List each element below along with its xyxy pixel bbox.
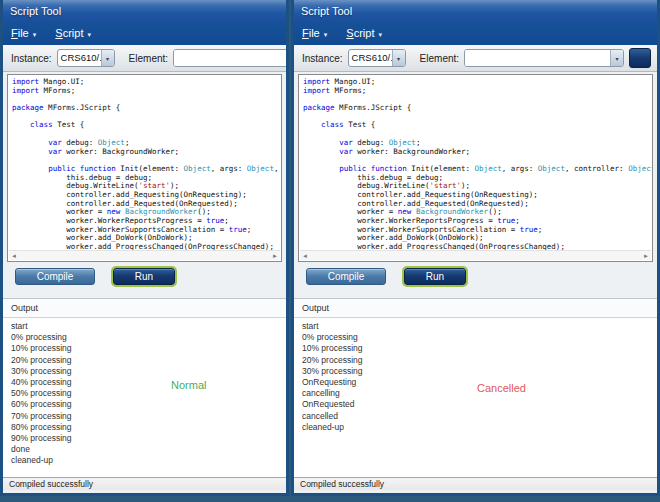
- menu-bar: File▾ Script▾: [3, 22, 286, 45]
- status-bar: Compiled successfully: [294, 477, 657, 490]
- annotation-cancelled: Cancelled: [477, 382, 526, 394]
- compile-button[interactable]: Compile: [306, 268, 386, 285]
- element-input[interactable]: [174, 50, 286, 66]
- element-input[interactable]: [465, 50, 610, 66]
- window-titlebar[interactable]: Script Tool: [294, 0, 657, 22]
- scroll-left-icon[interactable]: ◄: [302, 251, 308, 261]
- menu-file[interactable]: File▾: [302, 22, 327, 46]
- code-editor[interactable]: import Mango.UI;import MForms; package M…: [7, 74, 282, 262]
- code-text: import Mango.UI;import MForms; package M…: [12, 78, 281, 252]
- instance-dropdown-icon[interactable]: ▾: [392, 50, 405, 66]
- horizontal-scrollbar[interactable]: ◄ ►: [9, 250, 280, 260]
- instance-combo[interactable]: CRS610/... ▾: [348, 49, 406, 67]
- status-bar: Compiled successfully: [3, 477, 286, 490]
- element-label: Element:: [420, 53, 459, 64]
- output-header: Output: [294, 298, 657, 318]
- window-titlebar[interactable]: Script Tool: [3, 0, 286, 22]
- button-row: Compile Run: [294, 262, 657, 296]
- compile-button[interactable]: Compile: [15, 268, 95, 285]
- scroll-left-icon[interactable]: ◄: [11, 251, 17, 261]
- menu-bar: File▾ Script▾: [294, 22, 657, 45]
- toolbar: Instance: CRS610/... ▾ Element: ▾: [3, 45, 286, 72]
- element-combo: ▾: [173, 49, 286, 67]
- window-title: Script Tool: [10, 5, 61, 17]
- code-text: import Mango.UI;import MForms; package M…: [303, 78, 652, 252]
- instance-combo-value: CRS610/...: [349, 50, 392, 66]
- code-editor[interactable]: import Mango.UI;import MForms; package M…: [298, 74, 653, 262]
- script-tool-window-normal: Script Tool File▾ Script▾ Instance: CRS6…: [0, 0, 289, 496]
- instance-combo-value: CRS610/...: [58, 50, 101, 66]
- script-tool-window-cancelled: Script Tool File▾ Script▾ Instance: CRS6…: [291, 0, 660, 496]
- run-button[interactable]: Run: [113, 268, 175, 285]
- instance-label: Instance:: [302, 53, 343, 64]
- element-dropdown-icon[interactable]: ▾: [610, 50, 623, 66]
- output-list[interactable]: start0% processing10% processing20% proc…: [3, 318, 286, 477]
- menu-script[interactable]: Script▾: [346, 22, 382, 46]
- button-row: Compile Run: [3, 262, 286, 296]
- scroll-right-icon[interactable]: ►: [643, 251, 649, 261]
- output-header: Output: [3, 298, 286, 318]
- annotation-normal: Normal: [171, 379, 206, 391]
- instance-label: Instance:: [11, 53, 52, 64]
- window-title: Script Tool: [301, 5, 352, 17]
- toolbar-blue-button[interactable]: [629, 48, 651, 68]
- element-label: Element:: [129, 53, 168, 64]
- element-combo: ▾: [464, 49, 624, 67]
- run-button[interactable]: Run: [404, 268, 466, 285]
- menu-script[interactable]: Script▾: [55, 22, 91, 46]
- toolbar: Instance: CRS610/... ▾ Element: ▾: [294, 45, 657, 72]
- horizontal-scrollbar[interactable]: ◄ ►: [300, 250, 651, 260]
- scroll-right-icon[interactable]: ►: [272, 251, 278, 261]
- instance-combo[interactable]: CRS610/... ▾: [57, 49, 115, 67]
- menu-file[interactable]: File▾: [11, 22, 36, 46]
- output-list[interactable]: start0% processing10% processing20% proc…: [294, 318, 657, 477]
- instance-dropdown-icon[interactable]: ▾: [101, 50, 114, 66]
